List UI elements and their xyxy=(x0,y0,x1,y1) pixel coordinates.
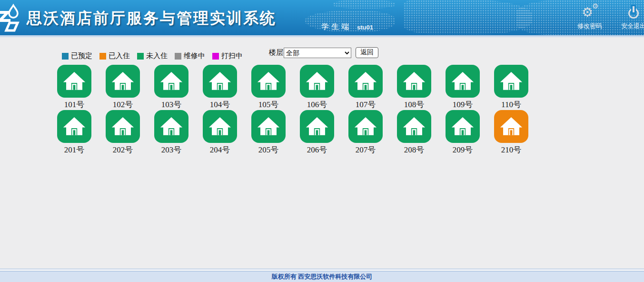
legend-swatch xyxy=(62,53,69,60)
legend-label: 未入住 xyxy=(146,51,168,60)
legend-item-已预定: 已预定 xyxy=(62,51,92,60)
home-icon[interactable] xyxy=(494,65,528,98)
legend-label: 已预定 xyxy=(71,51,92,60)
home-icon[interactable] xyxy=(397,110,431,143)
floor-filter: 楼层 全部 返回 xyxy=(269,47,378,58)
room-102[interactable]: 102号 xyxy=(106,65,140,110)
room-202[interactable]: 202号 xyxy=(106,110,140,155)
world-map-dots xyxy=(404,0,532,34)
home-icon[interactable] xyxy=(348,110,383,143)
app-logo-icon xyxy=(0,3,26,34)
gear-icon[interactable]: ⚙ ⚙ xyxy=(569,4,610,20)
room-103[interactable]: 103号 xyxy=(154,65,188,110)
legend-swatch xyxy=(137,53,144,60)
room-label: 106号 xyxy=(307,99,327,110)
home-icon[interactable] xyxy=(251,110,286,143)
room-label: 202号 xyxy=(113,144,133,155)
room-204[interactable]: 204号 xyxy=(203,110,237,155)
home-icon[interactable] xyxy=(446,110,480,143)
room-label: 201号 xyxy=(64,144,85,155)
room-107[interactable]: 107号 xyxy=(348,65,383,110)
copyright-text: 版权所有 西安思沃软件科技有限公司 xyxy=(0,272,644,282)
home-icon[interactable] xyxy=(446,65,480,98)
logout-button[interactable]: 安全退出 xyxy=(613,4,644,30)
room-grid: 101号102号103号104号105号106号107号108号109号110号… xyxy=(57,65,535,155)
room-label: 206号 xyxy=(307,144,327,155)
room-label: 209号 xyxy=(453,144,473,155)
room-label: 204号 xyxy=(210,144,230,155)
home-icon[interactable] xyxy=(106,110,140,143)
room-101[interactable]: 101号 xyxy=(57,65,91,110)
world-map-dots xyxy=(333,0,395,9)
room-label: 207号 xyxy=(356,144,376,155)
room-208[interactable]: 208号 xyxy=(397,110,431,155)
home-icon[interactable] xyxy=(397,65,431,98)
role-label: 学生端 xyxy=(321,22,351,32)
home-icon[interactable] xyxy=(57,110,91,143)
legend: 已预定已入住未入住维修中打扫中 xyxy=(62,51,243,60)
room-label: 102号 xyxy=(113,99,133,110)
home-icon[interactable] xyxy=(57,65,91,98)
legend-swatch xyxy=(175,53,181,60)
logout-label[interactable]: 安全退出 xyxy=(613,22,644,30)
room-108[interactable]: 108号 xyxy=(397,65,431,110)
room-label: 109号 xyxy=(453,99,473,110)
username: stu01 xyxy=(357,24,373,31)
room-205[interactable]: 205号 xyxy=(251,110,286,155)
room-label: 107号 xyxy=(356,99,376,110)
toolbar: 已预定已入住未入住维修中打扫中 楼层 全部 返回 xyxy=(0,37,644,65)
room-label: 210号 xyxy=(501,144,522,155)
legend-item-打扫中: 打扫中 xyxy=(212,51,243,60)
floor-select[interactable]: 全部 xyxy=(284,48,351,58)
room-label: 101号 xyxy=(64,99,85,110)
home-icon[interactable] xyxy=(154,110,188,143)
change-password-button[interactable]: ⚙ ⚙ 修改密码 xyxy=(569,4,610,30)
app-title: 思沃酒店前厅服务与管理实训系统 xyxy=(27,8,277,29)
home-icon[interactable] xyxy=(300,65,334,98)
room-209[interactable]: 209号 xyxy=(446,110,480,155)
room-210[interactable]: 210号 xyxy=(494,110,528,155)
room-label: 108号 xyxy=(404,99,425,110)
room-label: 110号 xyxy=(501,99,521,110)
room-label: 205号 xyxy=(258,144,279,155)
legend-label: 打扫中 xyxy=(221,51,243,60)
home-icon[interactable] xyxy=(348,65,383,98)
power-icon[interactable] xyxy=(613,4,644,20)
home-icon[interactable] xyxy=(203,65,237,98)
room-106[interactable]: 106号 xyxy=(300,65,334,110)
home-icon[interactable] xyxy=(154,65,188,98)
legend-label: 维修中 xyxy=(184,51,205,60)
room-109[interactable]: 109号 xyxy=(446,65,480,110)
home-icon[interactable] xyxy=(300,110,334,143)
home-icon[interactable] xyxy=(203,110,237,143)
change-password-label[interactable]: 修改密码 xyxy=(569,22,610,30)
room-label: 103号 xyxy=(161,99,182,110)
room-203[interactable]: 203号 xyxy=(154,110,188,155)
legend-swatch xyxy=(99,53,106,60)
legend-label: 已入住 xyxy=(109,51,130,60)
home-icon[interactable] xyxy=(251,65,286,98)
legend-item-已入住: 已入住 xyxy=(99,51,130,60)
header: 思沃酒店前厅服务与管理实训系统 学生端 stu01 ⚙ ⚙ 修改密码 安全退出 xyxy=(0,0,644,35)
room-label: 104号 xyxy=(210,99,230,110)
room-201[interactable]: 201号 xyxy=(57,110,91,155)
floor-label: 楼层 xyxy=(269,48,283,57)
room-label: 203号 xyxy=(161,144,182,155)
legend-item-未入住: 未入住 xyxy=(137,51,168,60)
legend-item-维修中: 维修中 xyxy=(175,51,205,60)
room-label: 105号 xyxy=(258,99,279,110)
room-104[interactable]: 104号 xyxy=(203,65,237,110)
room-206[interactable]: 206号 xyxy=(300,110,334,155)
home-icon[interactable] xyxy=(494,110,528,143)
back-button[interactable]: 返回 xyxy=(356,47,378,58)
room-110[interactable]: 110号 xyxy=(494,65,528,110)
room-105[interactable]: 105号 xyxy=(251,65,286,110)
home-icon[interactable] xyxy=(106,65,140,98)
room-label: 208号 xyxy=(404,144,425,155)
room-207[interactable]: 207号 xyxy=(348,110,383,155)
main-content: 已预定已入住未入住维修中打扫中 楼层 全部 返回 101号102号103号104… xyxy=(0,37,644,269)
legend-swatch xyxy=(212,53,219,60)
